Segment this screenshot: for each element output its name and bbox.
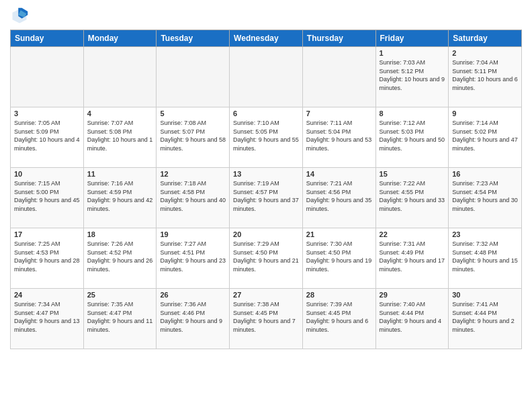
calendar-cell: 21Sunrise: 7:30 AM Sunset: 4:50 PM Dayli…: [302, 228, 375, 289]
calendar-cell: 29Sunrise: 7:40 AM Sunset: 4:44 PM Dayli…: [375, 289, 449, 349]
day-info: Sunrise: 7:10 AM Sunset: 5:05 PM Dayligh…: [233, 119, 299, 152]
day-number: 30: [452, 291, 518, 299]
calendar-cell: 28Sunrise: 7:39 AM Sunset: 4:45 PM Dayli…: [302, 289, 375, 349]
day-info: Sunrise: 7:25 AM Sunset: 4:53 PM Dayligh…: [14, 240, 80, 273]
weekday-header: Monday: [83, 30, 157, 47]
day-info: Sunrise: 7:11 AM Sunset: 5:04 PM Dayligh…: [306, 119, 372, 152]
day-info: Sunrise: 7:12 AM Sunset: 5:03 PM Dayligh…: [380, 119, 445, 152]
day-info: Sunrise: 7:38 AM Sunset: 4:45 PM Dayligh…: [233, 300, 299, 334]
calendar-cell: 1Sunrise: 7:03 AM Sunset: 5:12 PM Daylig…: [375, 47, 449, 107]
calendar-cell: 3Sunrise: 7:05 AM Sunset: 5:09 PM Daylig…: [11, 107, 84, 168]
calendar-week-row: 10Sunrise: 7:15 AM Sunset: 5:00 PM Dayli…: [11, 168, 522, 228]
calendar-week-row: 24Sunrise: 7:34 AM Sunset: 4:47 PM Dayli…: [11, 289, 522, 349]
calendar-cell: 23Sunrise: 7:32 AM Sunset: 4:48 PM Dayli…: [449, 228, 522, 289]
calendar-cell: 18Sunrise: 7:26 AM Sunset: 4:52 PM Dayli…: [83, 228, 157, 289]
day-number: 1: [380, 49, 445, 57]
day-info: Sunrise: 7:05 AM Sunset: 5:09 PM Dayligh…: [14, 119, 80, 152]
calendar-cell: 7Sunrise: 7:11 AM Sunset: 5:04 PM Daylig…: [302, 107, 375, 168]
day-info: Sunrise: 7:15 AM Sunset: 5:00 PM Dayligh…: [14, 179, 80, 213]
calendar-cell: [230, 47, 303, 107]
day-info: Sunrise: 7:29 AM Sunset: 4:50 PM Dayligh…: [233, 240, 299, 273]
calendar-cell: 27Sunrise: 7:38 AM Sunset: 4:45 PM Dayli…: [230, 289, 303, 349]
weekday-header: Wednesday: [230, 30, 303, 47]
weekday-header: Thursday: [302, 30, 375, 47]
day-number: 23: [452, 230, 518, 238]
calendar-cell: 14Sunrise: 7:21 AM Sunset: 4:56 PM Dayli…: [302, 168, 375, 228]
weekday-header: Sunday: [11, 30, 84, 47]
day-info: Sunrise: 7:14 AM Sunset: 5:02 PM Dayligh…: [452, 119, 518, 152]
calendar-week-row: 1Sunrise: 7:03 AM Sunset: 5:12 PM Daylig…: [11, 47, 522, 107]
day-number: 26: [160, 291, 226, 299]
day-info: Sunrise: 7:36 AM Sunset: 4:46 PM Dayligh…: [160, 300, 226, 334]
day-info: Sunrise: 7:40 AM Sunset: 4:44 PM Dayligh…: [380, 300, 445, 334]
day-number: 14: [306, 170, 372, 178]
weekday-header: Saturday: [449, 30, 522, 47]
day-info: Sunrise: 7:30 AM Sunset: 4:50 PM Dayligh…: [306, 240, 372, 273]
day-info: Sunrise: 7:31 AM Sunset: 4:49 PM Dayligh…: [380, 240, 445, 273]
logo-icon: [10, 7, 29, 26]
day-info: Sunrise: 7:22 AM Sunset: 4:55 PM Dayligh…: [380, 179, 445, 213]
calendar-cell: 13Sunrise: 7:19 AM Sunset: 4:57 PM Dayli…: [230, 168, 303, 228]
day-number: 4: [87, 109, 153, 118]
day-number: 13: [233, 170, 299, 178]
calendar-cell: 12Sunrise: 7:18 AM Sunset: 4:58 PM Dayli…: [157, 168, 230, 228]
header: [10, 7, 522, 26]
page: SundayMondayTuesdayWednesdayThursdayFrid…: [0, 0, 532, 411]
calendar-cell: [11, 47, 84, 107]
day-info: Sunrise: 7:23 AM Sunset: 4:54 PM Dayligh…: [452, 179, 518, 213]
day-number: 27: [233, 291, 299, 299]
calendar-cell: 8Sunrise: 7:12 AM Sunset: 5:03 PM Daylig…: [375, 107, 449, 168]
day-info: Sunrise: 7:19 AM Sunset: 4:57 PM Dayligh…: [233, 179, 299, 213]
day-info: Sunrise: 7:35 AM Sunset: 4:47 PM Dayligh…: [87, 300, 153, 334]
day-number: 6: [233, 109, 299, 118]
calendar-cell: 16Sunrise: 7:23 AM Sunset: 4:54 PM Dayli…: [449, 168, 522, 228]
day-info: Sunrise: 7:08 AM Sunset: 5:07 PM Dayligh…: [160, 119, 226, 152]
calendar-cell: 9Sunrise: 7:14 AM Sunset: 5:02 PM Daylig…: [449, 107, 522, 168]
logo: [10, 7, 32, 26]
day-number: 15: [380, 170, 445, 178]
calendar-cell: 22Sunrise: 7:31 AM Sunset: 4:49 PM Dayli…: [375, 228, 449, 289]
day-info: Sunrise: 7:34 AM Sunset: 4:47 PM Dayligh…: [14, 300, 80, 334]
day-number: 17: [14, 230, 80, 238]
calendar-cell: 4Sunrise: 7:07 AM Sunset: 5:08 PM Daylig…: [83, 107, 157, 168]
calendar-cell: 6Sunrise: 7:10 AM Sunset: 5:05 PM Daylig…: [230, 107, 303, 168]
day-number: 16: [452, 170, 518, 178]
day-number: 20: [233, 230, 299, 238]
calendar-cell: 26Sunrise: 7:36 AM Sunset: 4:46 PM Dayli…: [157, 289, 230, 349]
calendar-table: SundayMondayTuesdayWednesdayThursdayFrid…: [10, 30, 522, 349]
calendar-cell: 19Sunrise: 7:27 AM Sunset: 4:51 PM Dayli…: [157, 228, 230, 289]
day-info: Sunrise: 7:27 AM Sunset: 4:51 PM Dayligh…: [160, 240, 226, 273]
day-info: Sunrise: 7:39 AM Sunset: 4:45 PM Dayligh…: [306, 300, 372, 334]
calendar-cell: 17Sunrise: 7:25 AM Sunset: 4:53 PM Dayli…: [11, 228, 84, 289]
calendar-cell: [302, 47, 375, 107]
calendar-header-row: SundayMondayTuesdayWednesdayThursdayFrid…: [11, 30, 522, 47]
day-number: 12: [160, 170, 226, 178]
day-info: Sunrise: 7:03 AM Sunset: 5:12 PM Dayligh…: [380, 58, 445, 92]
calendar-cell: 24Sunrise: 7:34 AM Sunset: 4:47 PM Dayli…: [11, 289, 84, 349]
day-number: 9: [452, 109, 518, 118]
day-number: 2: [452, 49, 518, 57]
day-number: 10: [14, 170, 80, 178]
day-info: Sunrise: 7:21 AM Sunset: 4:56 PM Dayligh…: [306, 179, 372, 213]
calendar-cell: 5Sunrise: 7:08 AM Sunset: 5:07 PM Daylig…: [157, 107, 230, 168]
day-number: 5: [160, 109, 226, 118]
day-number: 7: [306, 109, 372, 118]
day-number: 19: [160, 230, 226, 238]
day-info: Sunrise: 7:18 AM Sunset: 4:58 PM Dayligh…: [160, 179, 226, 213]
calendar-cell: 10Sunrise: 7:15 AM Sunset: 5:00 PM Dayli…: [11, 168, 84, 228]
day-info: Sunrise: 7:04 AM Sunset: 5:11 PM Dayligh…: [452, 58, 518, 92]
weekday-header: Tuesday: [157, 30, 230, 47]
calendar-cell: 11Sunrise: 7:16 AM Sunset: 4:59 PM Dayli…: [83, 168, 157, 228]
calendar-cell: [157, 47, 230, 107]
day-number: 29: [380, 291, 445, 299]
calendar-cell: 2Sunrise: 7:04 AM Sunset: 5:11 PM Daylig…: [449, 47, 522, 107]
day-number: 8: [380, 109, 445, 118]
calendar-cell: 25Sunrise: 7:35 AM Sunset: 4:47 PM Dayli…: [83, 289, 157, 349]
day-info: Sunrise: 7:07 AM Sunset: 5:08 PM Dayligh…: [87, 119, 153, 152]
day-number: 24: [14, 291, 80, 299]
calendar-cell: [83, 47, 157, 107]
day-number: 18: [87, 230, 153, 238]
calendar-week-row: 3Sunrise: 7:05 AM Sunset: 5:09 PM Daylig…: [11, 107, 522, 168]
day-info: Sunrise: 7:32 AM Sunset: 4:48 PM Dayligh…: [452, 240, 518, 273]
day-number: 25: [87, 291, 153, 299]
